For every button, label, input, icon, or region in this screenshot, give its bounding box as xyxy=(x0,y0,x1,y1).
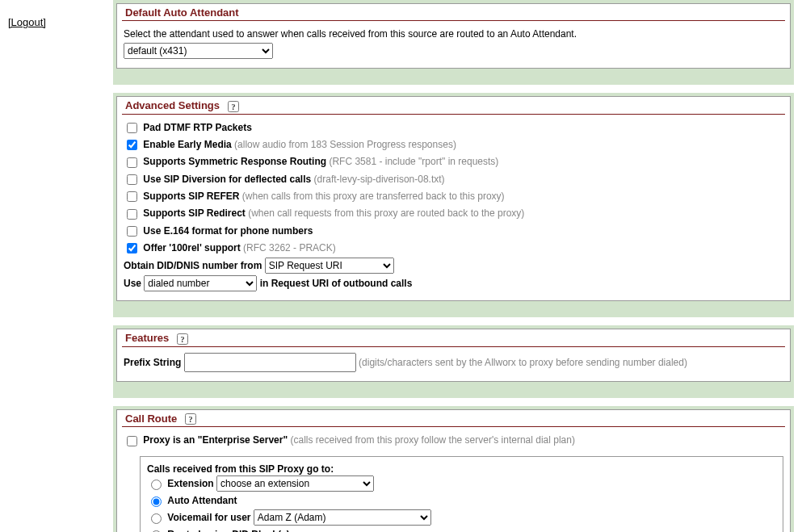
sip-refer-checkbox[interactable] xyxy=(127,191,137,202)
enterprise-checkbox[interactable] xyxy=(127,436,137,446)
obtain-did-select[interactable]: SIP Request URI xyxy=(265,258,394,274)
sip-diversion-label: Use SIP Diversion for deflected calls xyxy=(143,174,311,185)
sip-redirect-label: Supports SIP Redirect xyxy=(143,207,245,219)
sip-redirect-checkbox[interactable] xyxy=(127,209,137,220)
route-aa-radio[interactable] xyxy=(151,496,162,507)
sip-diversion-checkbox[interactable] xyxy=(127,174,137,185)
svg-text:?: ? xyxy=(231,103,235,111)
enterprise-label: Proxy is an "Enterprise Server" xyxy=(143,434,288,446)
route-ext-radio[interactable] xyxy=(151,480,162,490)
use-dialed-suffix: in Request URI of outbound calls xyxy=(260,278,413,289)
prefix-string-hint: (digits/characters sent by the Allworx t… xyxy=(359,357,687,368)
sip-redirect-hint: (when call requests from this proxy are … xyxy=(248,207,524,219)
calls-go-to-header: Calls received from this SIP Proxy go to… xyxy=(147,463,776,475)
sym-resp-hint: (RFC 3581 - include "rport" in requests) xyxy=(329,156,498,167)
default-aa-select[interactable]: default (x431) xyxy=(124,43,273,59)
route-vm-label: Voicemail for user xyxy=(167,512,250,523)
sip-diversion-hint: (draft-levy-sip-diverison-08.txt) xyxy=(314,174,445,185)
advanced-header: Advanced Settings ? xyxy=(122,97,785,115)
rel100-checkbox[interactable] xyxy=(127,243,137,253)
route-ext-select[interactable]: choose an extension xyxy=(216,475,374,492)
e164-label: Use E.164 format for phone numbers xyxy=(143,225,313,237)
enterprise-hint: (calls received from this proxy follow t… xyxy=(291,434,575,446)
use-dialed-select[interactable]: dialed number xyxy=(144,275,257,291)
prefix-string-input[interactable] xyxy=(184,353,356,372)
rel100-label: Offer '100rel' support xyxy=(143,242,240,253)
early-media-label: Enable Early Media xyxy=(143,139,231,150)
route-vm-select[interactable]: Adam Z (Adam) xyxy=(254,509,431,526)
help-icon[interactable]: ? xyxy=(185,413,196,425)
pad-dtmf-checkbox[interactable] xyxy=(127,123,137,133)
help-icon[interactable]: ? xyxy=(228,101,239,112)
early-media-checkbox[interactable] xyxy=(127,140,137,150)
sym-resp-checkbox[interactable] xyxy=(127,157,137,168)
rel100-hint: (RFC 3262 - PRACK) xyxy=(243,242,336,253)
features-header: Features ? xyxy=(122,329,785,347)
obtain-did-label: Obtain DID/DNIS number from xyxy=(124,260,262,271)
default-aa-desc: Select the attendant used to answer when… xyxy=(117,26,790,42)
pad-dtmf-label: Pad DTMF RTP Packets xyxy=(143,122,251,133)
route-ext-label: Extension xyxy=(167,478,213,489)
svg-text:?: ? xyxy=(188,415,192,424)
route-vm-radio[interactable] xyxy=(151,513,162,524)
call-route-header: Call Route ? xyxy=(122,410,785,428)
sip-refer-hint: (when calls from this proxy are transfer… xyxy=(242,191,505,202)
logout-link[interactable]: [Logout] xyxy=(8,16,46,28)
sip-refer-label: Supports SIP REFER xyxy=(143,191,239,202)
early-media-hint: (allow audio from 183 Session Progress r… xyxy=(234,139,456,150)
e164-checkbox[interactable] xyxy=(127,226,137,237)
prefix-string-label: Prefix String xyxy=(124,357,181,368)
route-did-label: Routed using DID Block(s): xyxy=(167,529,292,532)
route-aa-label: Auto Attendant xyxy=(167,495,237,506)
use-dialed-prefix: Use xyxy=(124,278,141,289)
help-icon[interactable]: ? xyxy=(177,333,188,345)
default-aa-header: Default Auto Attendant xyxy=(122,4,785,21)
svg-text:?: ? xyxy=(180,335,184,344)
sym-resp-label: Supports Symmetric Response Routing xyxy=(143,156,326,167)
